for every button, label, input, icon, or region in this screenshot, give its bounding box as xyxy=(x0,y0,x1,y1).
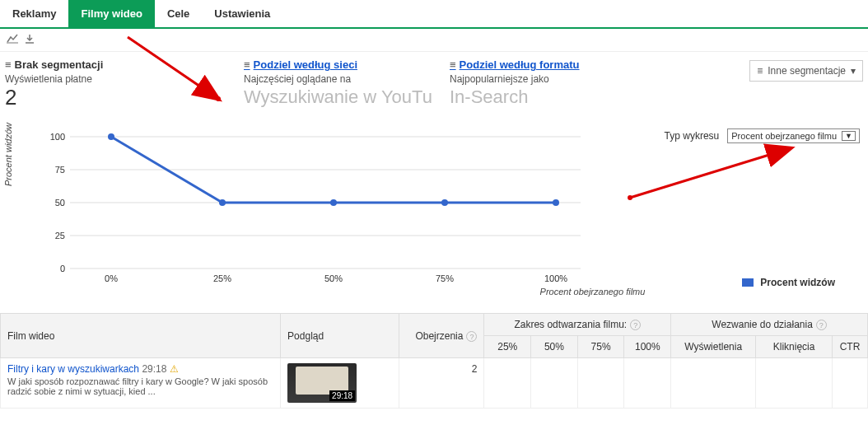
seg-none-label: Brak segmentacji xyxy=(15,58,104,71)
th-z50[interactable]: 50% xyxy=(531,336,578,358)
main-tabs: Reklamy Filmy wideo Cele Ustawienia xyxy=(0,0,868,29)
segmentation-row: ≡Brak segmentacji Wyświetlenia płatne 2 … xyxy=(0,52,868,112)
svg-text:0%: 0% xyxy=(105,273,118,283)
svg-point-18 xyxy=(219,199,226,206)
chart-area: Procent widzów Typ wykresu Procent obejr… xyxy=(0,112,868,297)
svg-point-21 xyxy=(553,199,559,206)
th-film[interactable]: Film wideo xyxy=(1,314,281,358)
warning-icon[interactable]: ⚠ xyxy=(170,363,179,375)
thumbnail-duration-badge: 29:18 xyxy=(329,390,355,401)
th-z75[interactable]: 75% xyxy=(577,336,624,358)
th-obejrzenia[interactable]: Obejrzenia? xyxy=(399,314,484,358)
cell-ctr xyxy=(832,358,867,409)
th-klik[interactable]: Kliknięcia xyxy=(756,336,833,358)
seg-network-value: Wyszukiwanie w YouTube xyxy=(244,86,433,108)
table-row[interactable]: Filtry i kary w wyszukiwarkach 29:18 ⚠ W… xyxy=(1,358,868,409)
help-icon[interactable]: ? xyxy=(466,331,477,342)
seg-network-sub: Najczęściej oglądane na xyxy=(244,73,433,85)
download-icon[interactable] xyxy=(25,34,35,46)
paid-views-value: 2 xyxy=(5,85,227,110)
line-chart: 100 75 50 25 0 0% 25% 50% 75% 100% xyxy=(37,120,614,285)
th-zakres: Zakres odtwarzania filmu:? xyxy=(484,314,671,336)
svg-text:75: 75 xyxy=(55,165,65,175)
video-table: Film wideo Podgląd Obejrzenia? Zakres od… xyxy=(0,313,868,409)
video-title-link[interactable]: Filtry i kary w wyszukiwarkach xyxy=(7,363,139,375)
th-z100[interactable]: 100% xyxy=(624,336,671,358)
legend-swatch xyxy=(742,278,754,287)
cell-z75 xyxy=(577,358,624,409)
svg-point-20 xyxy=(441,199,448,206)
tab-cele[interactable]: Cele xyxy=(155,0,202,27)
chart-legend: Procent widzów xyxy=(742,277,835,288)
svg-text:25%: 25% xyxy=(213,273,231,283)
cell-wys xyxy=(671,358,756,409)
tab-ustawienia[interactable]: Ustawienia xyxy=(202,0,282,27)
svg-text:50%: 50% xyxy=(324,273,343,283)
list-icon: ≡ xyxy=(5,58,12,71)
svg-text:75%: 75% xyxy=(436,273,454,283)
th-wys[interactable]: Wyświetlenia xyxy=(671,336,756,358)
video-description: W jaki sposób rozpoznawać filtry i kary … xyxy=(7,376,273,396)
cell-views: 2 xyxy=(399,358,484,409)
seg-network-link[interactable]: Podziel według sieci xyxy=(254,58,357,71)
th-podglad[interactable]: Podgląd xyxy=(281,314,399,358)
help-icon[interactable]: ? xyxy=(630,320,641,330)
cell-klik xyxy=(756,358,833,409)
video-duration: 29:18 xyxy=(142,363,166,375)
chevron-down-icon: ▼ xyxy=(842,131,856,141)
chevron-down-icon: ▾ xyxy=(851,65,856,77)
svg-text:50: 50 xyxy=(55,198,65,208)
seg-format-link[interactable]: Podziel według formatu xyxy=(460,58,580,71)
svg-point-17 xyxy=(108,133,114,140)
svg-point-19 xyxy=(330,199,337,206)
svg-text:0: 0 xyxy=(60,264,65,273)
tab-filmy-wideo[interactable]: Filmy wideo xyxy=(68,0,154,27)
chart-type-label: Typ wykresu xyxy=(665,130,720,142)
cell-z25 xyxy=(484,358,531,409)
legend-label: Procent widzów xyxy=(760,277,835,288)
th-cta: Wezwanie do działania? xyxy=(671,314,868,336)
seg-format-value: In-Search xyxy=(450,86,660,108)
svg-text:100: 100 xyxy=(50,132,65,142)
seg-format-sub: Najpopularniejsze jako xyxy=(450,73,660,85)
paid-views-label: Wyświetlenia płatne xyxy=(5,73,227,85)
th-ctr[interactable]: CTR xyxy=(832,336,867,358)
video-thumbnail[interactable]: 29:18 xyxy=(287,363,357,403)
list-icon: ≡ xyxy=(450,58,456,71)
chart-view-icon[interactable] xyxy=(7,34,18,46)
th-z25[interactable]: 25% xyxy=(484,336,531,358)
chart-type-value: Procent obejrzanego filmu xyxy=(731,131,837,141)
chart-type-select[interactable]: Procent obejrzanego filmu ▼ xyxy=(727,128,860,143)
icon-bar xyxy=(0,29,868,52)
cell-z50 xyxy=(531,358,578,409)
svg-text:25: 25 xyxy=(55,231,65,241)
list-icon: ≡ xyxy=(757,65,763,77)
help-icon[interactable]: ? xyxy=(816,320,827,330)
more-segmentations-label: Inne segmentacje xyxy=(768,65,846,77)
svg-text:100%: 100% xyxy=(544,273,567,283)
list-icon: ≡ xyxy=(244,58,250,71)
chart-y-axis-label: Procent widzów xyxy=(3,123,13,186)
tab-reklamy[interactable]: Reklamy xyxy=(0,0,68,27)
cell-z100 xyxy=(624,358,671,409)
more-segmentations-dropdown[interactable]: ≡ Inne segmentacje ▾ xyxy=(749,60,863,82)
